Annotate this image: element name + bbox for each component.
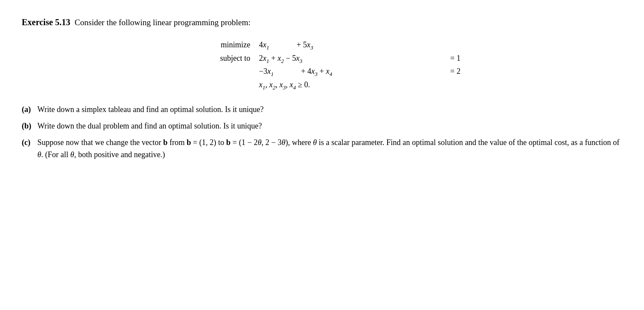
part-a-text: Write down a simplex tableau and find an… [37, 104, 622, 116]
exercise-header: Exercise 5.13 Consider the following lin… [22, 17, 622, 27]
part-b-text: Write down the dual problem and find an … [37, 120, 622, 132]
part-b: (b) Write down the dual problem and find… [22, 120, 622, 132]
nonneg-expr: x1, x2, x3, x4 ≥ 0. [259, 80, 476, 91]
minimize-label: minimize [202, 40, 259, 49]
part-c-text: Suppose now that we change the vector b … [37, 137, 622, 161]
exercise-container: Exercise 5.13 Consider the following lin… [22, 17, 622, 161]
lp-formulation: minimize 4x1 + 5x3 subject to 2x1 + x2 −… [22, 40, 622, 91]
exercise-title: Consider the following linear programmin… [75, 18, 251, 27]
constraint2-rhs: = 2 [442, 67, 476, 76]
constraint1-expr: 2x1 + x2 − 5x3 [259, 54, 442, 65]
part-c: (c) Suppose now that we change the vecto… [22, 137, 622, 161]
part-b-label: (b) [22, 120, 35, 132]
subject-to-label: subject to [202, 54, 259, 63]
exercise-number: Exercise 5.13 [22, 17, 70, 27]
minimize-expr: 4x1 + 5x3 [259, 40, 442, 51]
lp-table: minimize 4x1 + 5x3 subject to 2x1 + x2 −… [202, 40, 476, 91]
parts-list: (a) Write down a simplex tableau and fin… [22, 104, 622, 161]
constraint1-rhs: = 1 [442, 54, 476, 63]
constraint2-expr: −3x1 + 4x3 + x4 [259, 67, 442, 78]
part-c-label: (c) [22, 137, 35, 149]
part-a: (a) Write down a simplex tableau and fin… [22, 104, 622, 116]
part-a-label: (a) [22, 104, 35, 116]
